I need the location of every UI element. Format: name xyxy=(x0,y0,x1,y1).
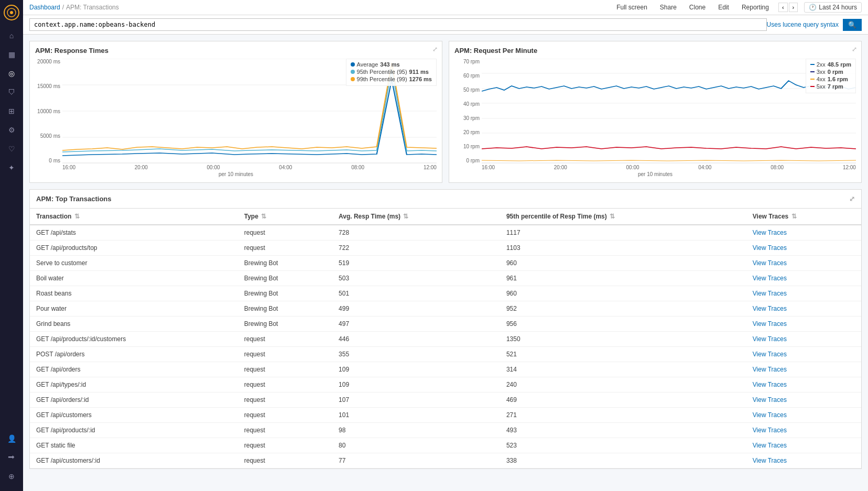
legend-3xx-icon xyxy=(810,71,815,72)
cell-traces-9[interactable]: View Traces xyxy=(746,362,861,377)
view-traces-link-6[interactable]: View Traces xyxy=(753,320,787,328)
sidebar-item-alerts[interactable]: ♡ xyxy=(3,140,20,157)
cell-traces-6[interactable]: View Traces xyxy=(746,317,861,332)
sidebar-item-security[interactable]: ⛉ xyxy=(3,84,20,101)
svg-point-2 xyxy=(10,11,13,14)
response-times-expand[interactable]: ⤢ xyxy=(432,46,438,53)
cell-traces-7[interactable]: View Traces xyxy=(746,332,861,347)
view-traces-link-1[interactable]: View Traces xyxy=(753,244,787,252)
table-row: GET /api/orders request 109 314 View Tra… xyxy=(30,362,861,377)
sidebar-item-user[interactable]: 👤 xyxy=(3,430,20,447)
sidebar-item-home[interactable]: ⌂ xyxy=(3,27,20,44)
time-range-badge[interactable]: 🕐 Last 24 hours xyxy=(804,2,862,13)
rpm-svg xyxy=(482,59,856,163)
view-traces-link-5[interactable]: View Traces xyxy=(753,305,787,312)
sidebar-item-dashboard[interactable]: ▦ xyxy=(3,46,20,63)
legend-p95-label: 95th Percentile (95) xyxy=(357,69,407,75)
col-type[interactable]: Type ⇅ xyxy=(238,209,332,225)
time-next-button[interactable]: › xyxy=(789,3,798,12)
col-view-traces[interactable]: View Traces ⇅ xyxy=(746,209,861,225)
cell-type-15: request xyxy=(238,453,332,468)
edit-button[interactable]: Edit xyxy=(715,3,732,12)
y-label-0: 0 ms xyxy=(35,158,60,163)
table-row: GET /api/orders/:id request 107 469 View… xyxy=(30,392,861,408)
cell-type-13: request xyxy=(238,423,332,438)
legend-p95-value: 911 ms xyxy=(409,69,429,75)
view-traces-link-7[interactable]: View Traces xyxy=(753,335,787,343)
topbar-actions: Full screen Share Clone Edit Reporting ‹… xyxy=(613,2,862,13)
cell-transaction-13: GET /api/products/:id xyxy=(30,423,238,438)
cell-traces-5[interactable]: View Traces xyxy=(746,301,861,317)
view-traces-link-14[interactable]: View Traces xyxy=(753,442,787,449)
sidebar-item-tools[interactable]: ⚙ xyxy=(3,122,20,138)
legend-avg-icon xyxy=(351,62,355,67)
charts-row: APM: Response Times ⤢ 20000 ms 15000 ms … xyxy=(29,41,862,183)
view-traces-link-3[interactable]: View Traces xyxy=(753,275,787,282)
view-traces-link-4[interactable]: View Traces xyxy=(753,290,787,297)
view-traces-link-15[interactable]: View Traces xyxy=(753,457,787,464)
sidebar: ⌂ ▦ ◎ ⛉ ⊞ ⚙ ♡ ✦ 👤 ⮕ ⊕ xyxy=(0,0,23,491)
legend-3xx-label: 3xx xyxy=(817,69,826,75)
cell-avg-3: 503 xyxy=(332,271,500,286)
table-row: GET /api/stats request 728 1117 View Tra… xyxy=(30,225,861,241)
cell-traces-14[interactable]: View Traces xyxy=(746,438,861,453)
time-nav: ‹ › xyxy=(778,3,798,12)
clone-button[interactable]: Clone xyxy=(686,3,709,12)
cell-traces-10[interactable]: View Traces xyxy=(746,377,861,392)
legend-2xx-value: 48.5 rpm xyxy=(828,61,851,68)
y-label-10000: 10000 ms xyxy=(35,108,60,114)
cell-transaction-5: Pour water xyxy=(30,301,238,317)
view-traces-link-8[interactable]: View Traces xyxy=(753,351,787,358)
cell-traces-4[interactable]: View Traces xyxy=(746,286,861,301)
sidebar-item-logout[interactable]: ⮕ xyxy=(3,449,20,466)
search-button[interactable]: 🔍 xyxy=(843,19,862,31)
cell-traces-3[interactable]: View Traces xyxy=(746,271,861,286)
view-traces-link-10[interactable]: View Traces xyxy=(753,381,787,388)
col-p95-resp[interactable]: 95th percentile of Resp Time (ms) ⇅ xyxy=(500,209,746,225)
cell-traces-13[interactable]: View Traces xyxy=(746,423,861,438)
transactions-table-expand[interactable]: ⤢ xyxy=(849,195,855,203)
breadcrumb-dashboard[interactable]: Dashboard xyxy=(29,4,60,11)
cell-transaction-8: POST /api/orders xyxy=(30,347,238,362)
request-per-minute-expand[interactable]: ⤢ xyxy=(852,46,857,53)
view-traces-link-12[interactable]: View Traces xyxy=(753,411,787,419)
transactions-table-header: APM: Top Transactions ⤢ xyxy=(30,190,861,209)
sidebar-item-monitor[interactable]: ⊞ xyxy=(3,103,20,119)
table-row: Serve to customer Brewing Bot 519 960 Vi… xyxy=(30,256,861,271)
cell-avg-14: 80 xyxy=(332,438,500,453)
sidebar-item-globe[interactable]: ⊕ xyxy=(3,468,20,485)
fullscreen-button[interactable]: Full screen xyxy=(613,3,650,12)
cell-p95-4: 960 xyxy=(500,286,746,301)
share-button[interactable]: Share xyxy=(657,3,680,12)
cell-traces-2[interactable]: View Traces xyxy=(746,256,861,271)
sidebar-item-apm[interactable]: ◎ xyxy=(3,65,20,82)
col-transaction[interactable]: Transaction ⇅ xyxy=(30,209,238,225)
view-traces-link-0[interactable]: View Traces xyxy=(753,229,787,236)
cell-traces-1[interactable]: View Traces xyxy=(746,241,861,256)
sidebar-item-settings[interactable]: ✦ xyxy=(3,159,20,176)
time-prev-button[interactable]: ‹ xyxy=(778,3,788,12)
view-traces-link-2[interactable]: View Traces xyxy=(753,259,787,267)
legend-4xx-value: 1.6 rpm xyxy=(828,76,848,82)
transactions-table-title: APM: Top Transactions xyxy=(36,195,112,203)
table-row: GET /api/types/:id request 109 240 View … xyxy=(30,377,861,392)
cell-transaction-0: GET /api/stats xyxy=(30,225,238,241)
view-traces-link-11[interactable]: View Traces xyxy=(753,396,787,403)
cell-avg-15: 77 xyxy=(332,453,500,468)
cell-transaction-4: Roast beans xyxy=(30,286,238,301)
view-traces-link-13[interactable]: View Traces xyxy=(753,427,787,434)
cell-traces-8[interactable]: View Traces xyxy=(746,347,861,362)
cell-traces-11[interactable]: View Traces xyxy=(746,392,861,408)
x-label-0800: 08:00 xyxy=(351,165,364,170)
sort-p95-icon: ⇅ xyxy=(610,213,615,220)
x-label-1600: 16:00 xyxy=(62,165,75,170)
app-logo[interactable] xyxy=(3,4,20,21)
cell-type-4: Brewing Bot xyxy=(238,286,332,301)
cell-traces-12[interactable]: View Traces xyxy=(746,408,861,423)
search-input[interactable] xyxy=(29,18,767,31)
cell-traces-0[interactable]: View Traces xyxy=(746,225,861,241)
view-traces-link-9[interactable]: View Traces xyxy=(753,366,787,373)
cell-traces-15[interactable]: View Traces xyxy=(746,453,861,468)
reporting-button[interactable]: Reporting xyxy=(739,3,772,12)
col-avg-resp[interactable]: Avg. Resp Time (ms) ⇅ xyxy=(332,209,500,225)
